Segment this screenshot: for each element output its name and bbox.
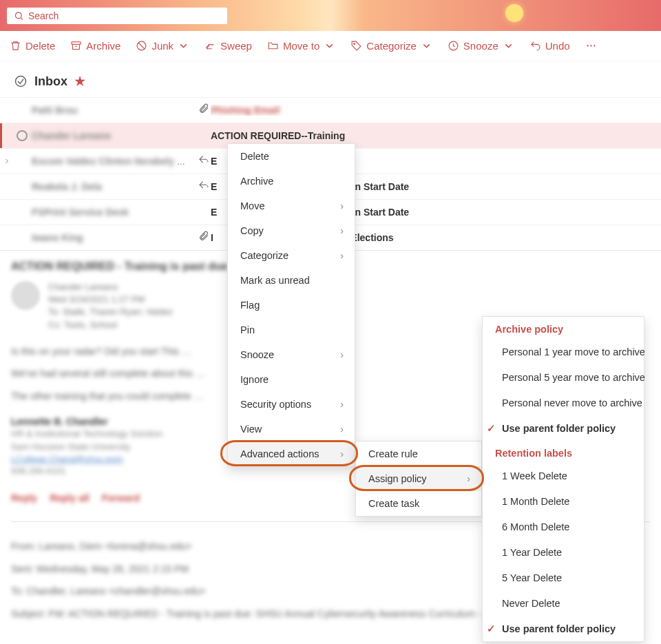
moveto-label: Move to bbox=[283, 40, 319, 52]
svg-point-9 bbox=[594, 45, 595, 46]
archive-label: Archive bbox=[86, 40, 120, 52]
ctx-categorize[interactable]: Categorize› bbox=[228, 243, 355, 268]
reply-icon bbox=[198, 154, 209, 167]
svg-rect-2 bbox=[72, 42, 81, 45]
advanced-submenu[interactable]: Create rule Assign policy› Create task bbox=[355, 441, 482, 517]
reply-button[interactable]: Reply bbox=[11, 492, 37, 503]
ctx-move[interactable]: Move› bbox=[228, 194, 355, 218]
archive-1yr[interactable]: Personal 1 year move to archive bbox=[483, 339, 644, 364]
retention-1year[interactable]: 1 Year Delete bbox=[483, 539, 644, 565]
create-task[interactable]: Create task bbox=[356, 491, 481, 516]
undo-label: Undo bbox=[545, 40, 570, 52]
reply-icon bbox=[198, 180, 209, 193]
star-icon[interactable]: ★ bbox=[74, 74, 85, 89]
svg-line-1 bbox=[21, 17, 23, 19]
trash-icon bbox=[10, 40, 21, 52]
chevron-down-icon bbox=[421, 40, 432, 52]
svg-point-8 bbox=[590, 45, 591, 46]
archive-never[interactable]: Personal never move to archive bbox=[483, 390, 644, 415]
search-icon bbox=[14, 10, 24, 21]
folder-name: Inbox bbox=[34, 74, 67, 89]
sweep-label: Sweep bbox=[220, 40, 252, 52]
avatar bbox=[11, 281, 40, 310]
tag-icon bbox=[350, 40, 362, 52]
svg-point-0 bbox=[15, 12, 21, 19]
context-menu[interactable]: Delete Archive Move› Copy› Categorize› M… bbox=[227, 143, 355, 467]
chevron-right-icon[interactable] bbox=[3, 157, 11, 165]
archive-button[interactable]: Archive bbox=[70, 40, 120, 52]
ctx-mark-unread[interactable]: Mark as unread bbox=[228, 268, 355, 293]
ctx-advanced-actions[interactable]: Advanced actions› bbox=[228, 442, 355, 466]
ctx-ignore[interactable]: Ignore bbox=[228, 367, 355, 392]
search-input[interactable] bbox=[28, 10, 220, 21]
sunset-decoration bbox=[505, 4, 523, 22]
svg-point-10 bbox=[16, 76, 26, 87]
assign-policy[interactable]: Assign policy› bbox=[356, 466, 481, 491]
folder-header: Inbox ★ bbox=[0, 61, 661, 97]
attachment-icon bbox=[198, 103, 209, 116]
ctx-snooze[interactable]: Snooze› bbox=[228, 342, 355, 367]
snooze-button[interactable]: Snooze bbox=[448, 40, 514, 52]
ctx-view[interactable]: View› bbox=[228, 417, 355, 442]
toolbar: Delete Archive Junk Sweep Move to Catego… bbox=[0, 31, 661, 61]
undo-icon bbox=[529, 40, 541, 52]
sweep-button[interactable]: Sweep bbox=[204, 40, 252, 52]
select-radio[interactable] bbox=[17, 130, 28, 141]
moveto-button[interactable]: Move to bbox=[267, 40, 335, 52]
archive-parent[interactable]: ✓Use parent folder policy bbox=[483, 415, 644, 441]
chevron-down-icon bbox=[324, 40, 335, 52]
ctx-flag[interactable]: Flag bbox=[228, 293, 355, 318]
clock-icon bbox=[448, 40, 459, 52]
retention-5year[interactable]: 5 Year Delete bbox=[483, 565, 644, 590]
categorize-button[interactable]: Categorize bbox=[350, 40, 432, 52]
svg-point-7 bbox=[587, 45, 588, 46]
archive-5yr[interactable]: Personal 5 year move to archive bbox=[483, 364, 644, 390]
check-icon: ✓ bbox=[487, 623, 496, 634]
ctx-delete[interactable]: Delete bbox=[228, 144, 355, 169]
select-all-icon[interactable] bbox=[14, 74, 28, 88]
snooze-label: Snooze bbox=[463, 40, 499, 52]
subject: ACTION REQUIRED--Training bbox=[211, 130, 647, 141]
ctx-security-options[interactable]: Security options› bbox=[228, 392, 355, 417]
retention-1month[interactable]: 1 Month Delete bbox=[483, 488, 644, 514]
ctx-pin[interactable]: Pin bbox=[228, 318, 355, 342]
message-row[interactable]: Patti Brou Phishing Email bbox=[0, 97, 661, 123]
create-rule[interactable]: Create rule bbox=[356, 442, 481, 466]
junk-button[interactable]: Junk bbox=[136, 40, 189, 52]
more-button[interactable] bbox=[585, 40, 597, 52]
retention-labels-header: Retention labels bbox=[483, 441, 644, 463]
svg-line-4 bbox=[139, 43, 145, 49]
archive-policy-header: Archive policy bbox=[483, 317, 644, 339]
chevron-down-icon bbox=[178, 40, 189, 52]
check-icon: ✓ bbox=[487, 423, 496, 434]
retention-never[interactable]: Never Delete bbox=[483, 590, 644, 616]
reply-all-button[interactable]: Reply all bbox=[50, 492, 90, 503]
forward-button[interactable]: Forward bbox=[102, 492, 140, 503]
ctx-copy[interactable]: Copy› bbox=[228, 218, 355, 243]
junk-label: Junk bbox=[151, 40, 174, 52]
header-banner bbox=[0, 0, 661, 31]
attachment-icon bbox=[198, 231, 209, 244]
junk-icon bbox=[136, 40, 147, 52]
categorize-label: Categorize bbox=[366, 40, 417, 52]
undo-button[interactable]: Undo bbox=[529, 40, 570, 52]
delete-label: Delete bbox=[25, 40, 55, 52]
ctx-archive[interactable]: Archive bbox=[228, 169, 355, 194]
svg-point-5 bbox=[354, 43, 355, 45]
retention-parent[interactable]: ✓Use parent folder policy bbox=[483, 616, 644, 641]
sweep-icon bbox=[204, 40, 216, 52]
retention-6month[interactable]: 6 Month Delete bbox=[483, 514, 644, 539]
search-box[interactable] bbox=[7, 8, 227, 24]
retention-1week[interactable]: 1 Week Delete bbox=[483, 463, 644, 488]
archive-icon bbox=[70, 40, 82, 52]
delete-button[interactable]: Delete bbox=[10, 40, 55, 52]
folder-icon bbox=[267, 40, 279, 52]
chevron-down-icon bbox=[503, 40, 514, 52]
assign-policy-submenu[interactable]: Archive policy Personal 1 year move to a… bbox=[482, 316, 644, 642]
ellipsis-icon bbox=[585, 40, 597, 52]
